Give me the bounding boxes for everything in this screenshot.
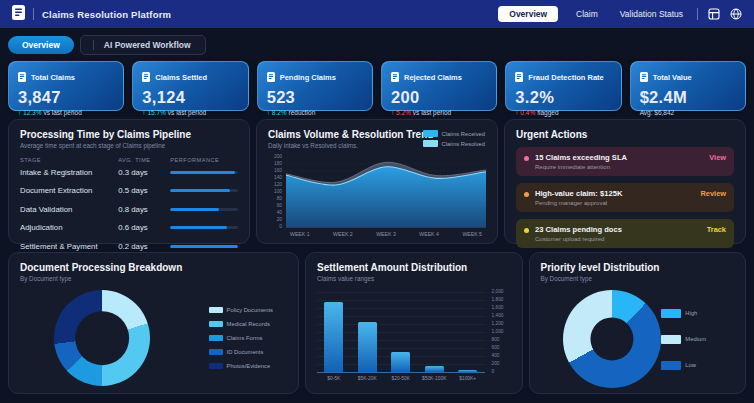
y-tick-label: 1,400: [492, 313, 504, 318]
legend-swatch: [423, 140, 438, 147]
avg-time: 0.8 days: [118, 205, 170, 214]
performance-bar: [170, 208, 238, 211]
x-axis-label: WEEK 3: [376, 231, 396, 237]
panel-subtitle: By Document type: [541, 275, 734, 282]
legend-label: Claims Forms: [227, 335, 263, 341]
y-axis: 02004006008001,0001,2001,4001,6001,8002,…: [485, 292, 511, 372]
tab-ai-powered-workflow[interactable]: AI Powered Workflow: [102, 39, 193, 51]
kpi-value: 3,124: [142, 88, 238, 107]
kpi-delta-value: ↑ 12.3%: [18, 109, 42, 116]
pipeline-row: Data Validation0.8 days: [20, 200, 238, 219]
table-header: STAGEAVG. TIMEPERFORMANCE: [20, 157, 238, 163]
legend-item: Claims Resolved: [423, 140, 486, 147]
y-tick-label: 400: [492, 353, 500, 358]
panel-title: Document Processing Breakdown: [20, 262, 287, 273]
nav-link-overview[interactable]: Overview: [498, 6, 558, 22]
legend-item: Policy Documents: [209, 307, 273, 313]
kpi-delta-value: ↑ 8.2%: [267, 109, 287, 116]
legend-label: Policy Documents: [227, 307, 273, 313]
legend-item: Claims Received: [423, 130, 486, 137]
x-axis-label: $50K-100K: [419, 376, 449, 381]
kpi-value: 200: [391, 88, 487, 107]
kpi-value: 3,847: [18, 88, 114, 107]
column-header: STAGE: [20, 157, 118, 163]
kpi-card: Pending Claims523↑ 8.2%reduction: [257, 61, 373, 111]
donut-container: [54, 290, 150, 386]
avg-time: 0.6 days: [118, 223, 170, 232]
donut-chart: [54, 290, 150, 386]
y-axis: 020406080100120140160180200: [268, 157, 286, 227]
urgent-action-card: 23 Claims pending docsCustomer upload re…: [516, 219, 734, 248]
kpi-delta-value: ↑ 5.2%: [391, 109, 411, 116]
kpi-delta-value: ↑ 0.4%: [515, 109, 535, 116]
legend-item: Medical Records: [209, 321, 273, 327]
kpi-value: $2.4M: [640, 88, 736, 107]
app-logo-icon: [12, 5, 25, 24]
legend-label: Photos/Evidence: [227, 363, 271, 369]
stage-name: Settlement & Payment: [20, 242, 118, 251]
bar-chart: [317, 292, 484, 373]
donut-chart: [563, 290, 661, 388]
urgent-action-link[interactable]: Review: [701, 189, 726, 198]
pipeline-row: Intake & Registration0.3 days: [20, 163, 238, 182]
x-axis: WEEK 1WEEK 2WEEK 3WEEK 4WEEK 5: [286, 231, 486, 237]
nav-link-validation-status[interactable]: Validation Status: [616, 7, 687, 21]
kpi-delta: ↑ 0.4%flagged: [515, 109, 611, 116]
y-tick-label: 600: [492, 345, 500, 350]
divider: [33, 8, 34, 20]
bar: [324, 302, 343, 372]
divider: [93, 40, 94, 50]
x-axis-label: $20-50K: [386, 376, 416, 381]
bar: [458, 370, 477, 372]
y-tick-label: 0: [492, 369, 495, 374]
y-tick-label: 200: [274, 154, 282, 159]
app-title: Claims Resolution Platform: [42, 9, 171, 20]
performance-bar: [170, 189, 238, 192]
stage-name: Document Extraction: [20, 186, 118, 195]
kpi-label: Total Claims: [31, 73, 75, 82]
panel-subtitle: Average time spent at each stage of Clai…: [20, 142, 238, 149]
legend-item: Medium: [661, 335, 706, 344]
area-chart: [286, 157, 486, 228]
legend-item: ID Documents: [209, 349, 273, 355]
kpi-label: Fraud Detection Rate: [528, 73, 603, 82]
globe-icon[interactable]: [730, 8, 742, 20]
legend-swatch: [209, 307, 223, 313]
pipeline-row: Adjudication0.6 days: [20, 219, 238, 238]
panel-title: Settlement Amount Distribution: [317, 262, 510, 273]
divider: [697, 8, 698, 20]
status-dot: [524, 192, 529, 197]
kpi-value: 523: [267, 88, 363, 107]
legend-swatch: [423, 130, 438, 137]
y-tick-label: 160: [274, 168, 282, 173]
y-tick-label: 60: [277, 203, 282, 208]
kpi-delta-value: ↑ 15.7%: [142, 109, 166, 116]
top-navbar: Claims Resolution Platform OverviewClaim…: [0, 0, 754, 28]
kpi-delta: ↑ 5.2%vs last period: [391, 109, 487, 116]
avg-time: 0.5 days: [118, 186, 170, 195]
x-axis: $0-5K$5K-20K$20-50K$50K-100K$100K+: [317, 376, 484, 381]
legend-swatch: [209, 335, 223, 341]
x-axis-label: $0-5K: [319, 376, 349, 381]
panels-icon[interactable]: [708, 8, 720, 20]
y-tick-label: 140: [274, 175, 282, 180]
document-icon: [391, 68, 399, 86]
nav-link-claim[interactable]: Claim: [572, 7, 602, 21]
legend-item: Claims Forms: [209, 335, 273, 341]
doc-breakdown-panel: Document Processing Breakdown By Documen…: [8, 252, 299, 394]
avg-time: 0.2 days: [118, 242, 170, 251]
legend-label: High: [685, 310, 697, 316]
kpi-delta: Avg: $6,842: [640, 109, 736, 116]
y-tick-label: 80: [277, 196, 282, 201]
tab-overview[interactable]: Overview: [8, 36, 74, 54]
donut-container: [563, 290, 661, 388]
urgent-action-link[interactable]: Track: [707, 225, 726, 234]
legend-swatch: [209, 349, 223, 355]
chart-legend: HighMediumLow: [661, 309, 706, 370]
urgent-action-link[interactable]: View: [709, 153, 726, 162]
y-tick-label: 200: [492, 361, 500, 366]
stage-name: Adjudication: [20, 223, 118, 232]
y-tick-label: 2,000: [492, 289, 504, 294]
document-icon: [18, 68, 26, 86]
status-dot: [524, 228, 529, 233]
